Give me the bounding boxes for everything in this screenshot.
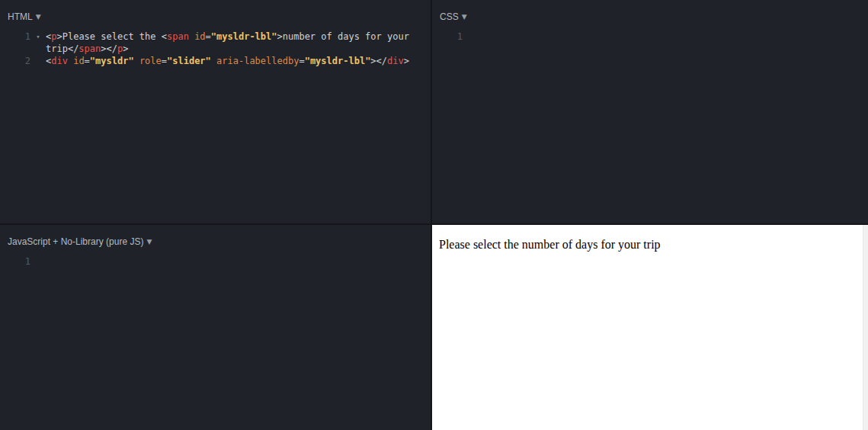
css-panel-header[interactable]: CSS▼	[432, 0, 868, 26]
token-attr: aria-labelledby	[216, 56, 299, 66]
token-punct: =	[206, 31, 211, 42]
token-tag: div	[51, 56, 68, 66]
html-panel-header[interactable]: HTML▼	[0, 0, 431, 26]
result-panel: Please select the number of days for you…	[432, 225, 868, 430]
line-number: 1	[0, 30, 30, 43]
result-text: Please select the number of days for you…	[439, 238, 856, 252]
token-punct: >	[123, 43, 128, 54]
line-number: 2	[0, 55, 30, 67]
token-tag: span	[167, 31, 189, 42]
token-text	[211, 56, 216, 66]
line-number: 1	[0, 255, 30, 268]
token-text: Please select the	[62, 31, 162, 42]
result-scrollbar[interactable]	[863, 225, 868, 430]
token-value: "mysldr-lbl"	[305, 56, 371, 66]
token-attr: id	[194, 31, 205, 42]
token-punct: >	[370, 56, 376, 66]
code-line[interactable]: 2<div id="mysldr" role="slider" aria-lab…	[0, 55, 431, 67]
token-tag: div	[387, 56, 404, 66]
html-panel-title: HTML	[8, 11, 33, 22]
code-text: <p>Please select the <span id="mysldr-lb…	[46, 30, 409, 43]
token-punct: </	[107, 43, 117, 54]
token-attr: id	[73, 56, 84, 66]
token-punct: >	[101, 43, 106, 54]
html-editor-panel: HTML▼ 1▾<p>Please select the <span id="m…	[0, 0, 431, 223]
line-number	[0, 43, 30, 55]
css-panel-title: CSS	[440, 11, 459, 22]
html-code-editor[interactable]: 1▾<p>Please select the <span id="mysldr-…	[0, 26, 431, 67]
token-value: "mysldr-lbl"	[211, 31, 277, 42]
js-editor-panel: JavaScript + No-Library (pure JS)▼ 1	[0, 225, 431, 430]
code-line[interactable]: 1	[0, 255, 431, 268]
css-editor-panel: CSS▼ 1	[432, 0, 868, 223]
code-text: trip</span></p>	[46, 43, 128, 55]
js-panel-title: JavaScript + No-Library (pure JS)	[8, 236, 143, 247]
token-punct: >	[56, 31, 62, 42]
css-code-editor[interactable]: 1	[432, 26, 868, 43]
code-line[interactable]: 1▾<p>Please select the <span id="mysldr-…	[0, 30, 431, 43]
code-playground: HTML▼ 1▾<p>Please select the <span id="m…	[0, 0, 868, 430]
fold-arrow-icon[interactable]: ▾	[30, 30, 46, 43]
token-value: "slider"	[167, 56, 211, 66]
token-value: "mysldr"	[90, 56, 134, 66]
fold-spacer	[30, 55, 46, 67]
token-attr: role	[139, 56, 162, 66]
code-line[interactable]: 1	[432, 30, 868, 43]
code-text: <div id="mysldr" role="slider" aria-labe…	[46, 55, 409, 67]
token-punct: </	[376, 56, 387, 66]
fold-spacer	[463, 30, 478, 43]
token-text	[134, 56, 139, 66]
code-line[interactable]: trip</span></p>	[0, 43, 431, 55]
token-punct: >	[277, 31, 283, 42]
chevron-down-icon: ▼	[146, 238, 152, 245]
token-punct: >	[404, 56, 409, 66]
token-punct: =	[162, 56, 167, 66]
chevron-down-icon: ▼	[462, 13, 467, 21]
fold-spacer	[30, 255, 46, 268]
line-number: 1	[432, 30, 463, 43]
token-text: trip	[46, 43, 68, 54]
chevron-down-icon: ▼	[36, 13, 41, 21]
js-panel-header[interactable]: JavaScript + No-Library (pure JS)▼	[0, 225, 431, 251]
token-punct: <	[162, 31, 167, 42]
token-punct: =	[299, 56, 304, 66]
token-tag: span	[78, 43, 101, 54]
js-code-editor[interactable]: 1	[0, 251, 431, 268]
fold-spacer	[30, 43, 46, 55]
token-punct: =	[85, 56, 90, 66]
token-text: number of days for your	[283, 31, 409, 42]
token-punct: </	[68, 43, 78, 54]
